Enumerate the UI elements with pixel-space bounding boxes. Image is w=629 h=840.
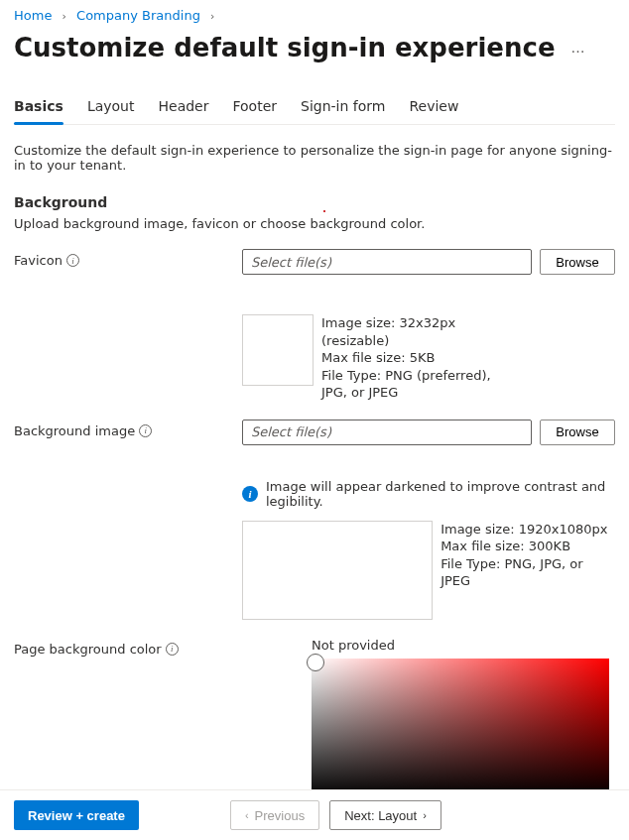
hint-line: Max file size: 300KB	[440, 538, 615, 555]
hint-line: (resizable)	[321, 332, 491, 350]
favicon-hint-text: Image size: 32x32px (resizable) Max file…	[321, 314, 491, 402]
more-actions-button[interactable]: …	[571, 40, 586, 56]
favicon-row: Favicon i Select file(s) Browse	[14, 249, 615, 275]
previous-button[interactable]: ‹ Previous	[230, 800, 319, 830]
page-bg-color-label: Page background color i	[14, 638, 312, 657]
favicon-label-text: Favicon	[14, 253, 63, 268]
bgimage-label-text: Background image	[14, 423, 135, 438]
tab-footer[interactable]: Footer	[232, 92, 277, 124]
chevron-right-icon: ›	[423, 809, 427, 821]
favicon-preview	[242, 314, 314, 386]
color-picker[interactable]	[312, 659, 609, 797]
background-subtext: Upload background image, favicon or choo…	[14, 216, 615, 231]
bgimage-hint-text: Image size: 1920x1080px Max file size: 3…	[440, 521, 615, 590]
favicon-file-input[interactable]: Select file(s)	[242, 249, 532, 275]
favicon-hint: Image size: 32x32px (resizable) Max file…	[242, 314, 615, 402]
bgimage-callout: i Image will appear darkened to improve …	[242, 479, 615, 509]
previous-label: Previous	[255, 808, 306, 823]
page-bg-color-row: Page background color i Not provided	[14, 638, 615, 797]
next-label: Next: Layout	[344, 808, 417, 823]
tab-basics[interactable]: Basics	[14, 92, 63, 124]
bgimage-browse-button[interactable]: Browse	[540, 420, 615, 445]
tab-review[interactable]: Review	[409, 92, 458, 124]
chevron-left-icon: ‹	[245, 809, 249, 821]
info-icon[interactable]: i	[66, 254, 79, 267]
background-heading: Background	[14, 194, 615, 210]
info-icon[interactable]: i	[139, 424, 152, 437]
bgimage-row: Background image i Select file(s) Browse	[14, 420, 615, 445]
color-picker-handle[interactable]	[307, 654, 324, 671]
bgimage-file-input[interactable]: Select file(s)	[242, 420, 532, 445]
tab-description: Customize the default sign-in experience…	[14, 143, 615, 173]
hint-line: Max file size: 5KB	[321, 349, 491, 367]
tab-layout[interactable]: Layout	[87, 92, 135, 124]
bgimage-preview	[242, 521, 433, 620]
hint-line: File Type: PNG, JPG, or JPEG	[440, 555, 615, 590]
breadcrumb-company-branding[interactable]: Company Branding	[76, 8, 200, 23]
favicon-browse-button[interactable]: Browse	[540, 249, 615, 275]
decorative-dot	[323, 210, 325, 212]
bgimage-label: Background image i	[14, 420, 242, 438]
hint-line: Image size: 32x32px	[321, 314, 491, 332]
page-header: Customize default sign-in experience …	[14, 33, 615, 62]
page-bg-color-label-text: Page background color	[14, 642, 162, 657]
hint-line: Image size: 1920x1080px	[440, 521, 615, 539]
favicon-label: Favicon i	[14, 249, 242, 268]
review-create-button[interactable]: Review + create	[14, 800, 139, 830]
wizard-footer: Review + create ‹ Previous Next: Layout …	[0, 789, 629, 840]
tab-sign-in-form[interactable]: Sign-in form	[301, 92, 385, 124]
tab-strip: Basics Layout Header Footer Sign-in form…	[14, 92, 615, 125]
hint-line: JPG, or JPEG	[321, 384, 491, 402]
breadcrumb-home[interactable]: Home	[14, 8, 52, 23]
breadcrumb: Home › Company Branding ›	[14, 8, 615, 23]
info-filled-icon: i	[242, 486, 258, 502]
next-button[interactable]: Next: Layout ›	[329, 800, 441, 830]
tab-header[interactable]: Header	[158, 92, 208, 124]
page-title: Customize default sign-in experience	[14, 33, 556, 62]
chevron-right-icon: ›	[63, 10, 66, 23]
bgimage-hint: Image size: 1920x1080px Max file size: 3…	[242, 521, 615, 620]
callout-text: Image will appear darkened to improve co…	[266, 479, 615, 509]
chevron-right-icon: ›	[210, 10, 214, 23]
page-bg-color-value: Not provided	[312, 638, 615, 653]
hint-line: File Type: PNG (preferred),	[321, 367, 491, 385]
info-icon[interactable]: i	[166, 643, 179, 656]
